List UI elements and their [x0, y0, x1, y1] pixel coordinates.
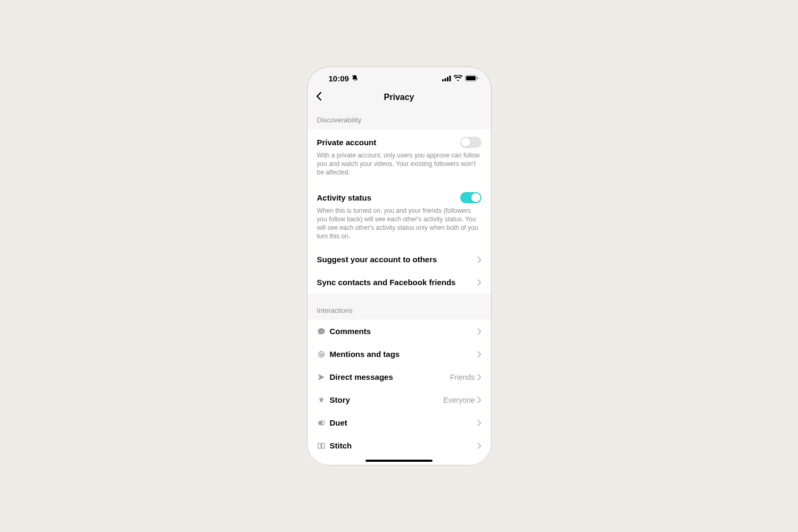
private-account-desc: With a private account, only users you a… — [317, 151, 481, 177]
stitch-label: Stitch — [330, 441, 477, 450]
comments-icon — [317, 327, 330, 336]
story-value: Everyone — [443, 396, 475, 404]
sync-contacts-label: Sync contacts and Facebook friends — [317, 278, 477, 287]
chevron-right-icon — [477, 396, 481, 404]
section-header-discoverability: Discoverability — [307, 107, 491, 129]
svg-rect-1 — [442, 79, 444, 81]
page-title: Privacy — [384, 93, 414, 102]
story-label: Story — [330, 395, 444, 404]
chevron-right-icon — [477, 279, 481, 286]
discoverability-card: Private account With a private account, … — [307, 129, 491, 294]
comments-label: Comments — [330, 327, 477, 336]
send-icon — [317, 373, 330, 381]
private-account-toggle[interactable] — [460, 137, 481, 148]
chevron-right-icon — [477, 373, 481, 381]
status-bar: 10:09 — [307, 67, 491, 87]
svg-rect-7 — [477, 77, 478, 79]
section-header-interactions: Interactions — [307, 294, 491, 320]
direct-messages-link[interactable]: Direct messages Friends — [307, 365, 491, 388]
duet-icon — [317, 419, 330, 427]
content: Discoverability Private account With a p… — [307, 107, 491, 465]
story-icon — [317, 396, 330, 404]
story-link[interactable]: Story Everyone — [307, 388, 491, 411]
nav-bar: Privacy — [307, 87, 491, 107]
suggest-account-link[interactable]: Suggest your account to others — [307, 248, 491, 271]
direct-messages-label: Direct messages — [330, 372, 450, 381]
chevron-right-icon — [477, 419, 481, 427]
cellular-icon — [442, 76, 451, 81]
chevron-right-icon — [477, 328, 481, 335]
duet-label: Duet — [330, 418, 477, 427]
duet-link[interactable]: Duet — [307, 411, 491, 434]
back-button[interactable] — [316, 92, 322, 103]
private-account-label: Private account — [317, 138, 377, 147]
wifi-icon — [454, 75, 462, 81]
interactions-card: Comments Mentions and tags Direct messag… — [307, 320, 491, 465]
status-time: 10:09 — [329, 74, 349, 83]
svg-rect-11 — [318, 443, 321, 448]
activity-status-toggle[interactable] — [460, 192, 481, 203]
mentions-label: Mentions and tags — [330, 350, 477, 359]
phone-frame: 10:09 Privacy Discoverability Private ac… — [307, 66, 492, 466]
status-right — [442, 75, 480, 81]
stitch-link[interactable]: Stitch — [307, 434, 491, 457]
status-left: 10:09 — [329, 74, 359, 83]
svg-rect-6 — [466, 76, 476, 80]
svg-rect-3 — [447, 77, 448, 81]
chevron-right-icon — [477, 351, 481, 358]
stitch-icon — [317, 442, 330, 450]
stickers-value: Everyone — [443, 464, 475, 465]
suggest-account-label: Suggest your account to others — [317, 255, 477, 264]
stickers-label: Stickers — [330, 464, 444, 465]
home-indicator[interactable] — [365, 460, 433, 462]
activity-status-setting: Activity status When this is turned on, … — [307, 185, 491, 248]
comments-link[interactable]: Comments — [307, 320, 491, 343]
svg-rect-12 — [321, 443, 324, 448]
chevron-right-icon — [477, 442, 481, 450]
battery-icon — [465, 75, 478, 81]
mentions-link[interactable]: Mentions and tags — [307, 343, 491, 365]
svg-rect-2 — [444, 78, 446, 81]
direct-messages-value: Friends — [450, 373, 475, 381]
sync-contacts-link[interactable]: Sync contacts and Facebook friends — [307, 271, 491, 294]
svg-rect-4 — [449, 76, 451, 81]
stickers-icon — [317, 464, 330, 465]
activity-status-desc: When this is turned on, you and your fri… — [317, 206, 481, 241]
at-icon — [317, 350, 330, 359]
silent-bell-icon — [351, 74, 359, 82]
private-account-setting: Private account With a private account, … — [307, 129, 491, 185]
chevron-right-icon — [477, 256, 481, 263]
activity-status-label: Activity status — [317, 193, 372, 202]
